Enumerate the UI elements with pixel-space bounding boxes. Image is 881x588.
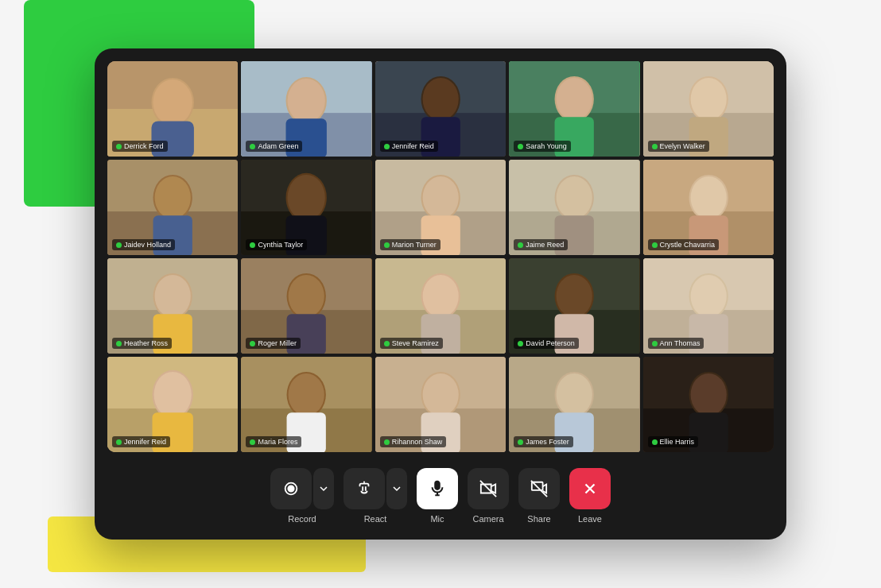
svg-point-78 <box>154 372 192 418</box>
participant-cell-8: Jaime Reed <box>509 160 639 255</box>
participant-cell-5: Jaidev Holland <box>107 160 238 255</box>
participant-cell-13: David Peterson <box>509 258 639 354</box>
svg-point-13 <box>422 78 458 120</box>
svg-point-28 <box>155 176 191 219</box>
leave-button[interactable] <box>569 468 611 509</box>
svg-point-58 <box>289 275 324 317</box>
participant-name-3: Sarah Young <box>514 141 571 152</box>
participant-name-1: Adam Green <box>246 141 302 152</box>
participant-cell-3: Sarah Young <box>509 61 639 157</box>
svg-point-63 <box>422 275 458 317</box>
svg-point-83 <box>289 373 324 416</box>
svg-point-68 <box>557 275 592 317</box>
participant-cell-16: Maria Flores <box>241 357 371 452</box>
svg-point-8 <box>288 79 325 122</box>
participant-name-2: Jennifer Reid <box>380 141 438 152</box>
participant-name-19: Ellie Harris <box>648 436 699 447</box>
record-button[interactable] <box>270 468 312 509</box>
record-label: Record <box>288 514 316 524</box>
participant-cell-6: Cynthia Taylor <box>241 160 371 255</box>
camera-button[interactable] <box>468 468 509 509</box>
svg-point-38 <box>422 176 458 219</box>
participant-name-8: Jaime Reed <box>514 239 568 250</box>
mic-label: Mic <box>430 514 444 524</box>
participant-cell-18: James Foster <box>509 357 639 452</box>
participant-cell-7: Marion Turner <box>375 160 506 255</box>
participant-name-7: Marion Turner <box>380 239 440 250</box>
svg-point-23 <box>690 78 726 120</box>
participant-cell-2: Jennifer Reid <box>375 61 506 157</box>
camera-label: Camera <box>472 514 503 524</box>
participant-name-13: David Peterson <box>514 338 579 349</box>
participant-cell-17: Rihannon Shaw <box>375 357 506 452</box>
participant-cell-9: Crystle Chavarria <box>643 160 774 255</box>
participant-name-5: Jaidev Holland <box>112 239 175 250</box>
participant-grid: Derrick Ford Adam Green <box>107 61 774 452</box>
svg-point-93 <box>557 373 592 416</box>
svg-point-43 <box>557 176 592 219</box>
controls-bar: Record <box>107 465 774 524</box>
participant-cell-14: Ann Thomas <box>643 258 774 354</box>
svg-point-88 <box>422 373 458 416</box>
participant-name-6: Cynthia Taylor <box>246 239 307 250</box>
participant-name-10: Heather Ross <box>112 338 172 349</box>
svg-point-101 <box>288 485 293 491</box>
svg-point-3 <box>153 79 192 126</box>
svg-line-106 <box>480 481 496 497</box>
mic-control: Mic <box>417 468 458 524</box>
react-control: React <box>343 468 407 524</box>
svg-point-18 <box>557 78 592 120</box>
participant-cell-10: Heather Ross <box>107 258 238 354</box>
participant-name-12: Steve Ramirez <box>380 338 443 349</box>
react-label: React <box>364 514 387 524</box>
participant-name-15: Jennifer Reid <box>112 436 170 447</box>
react-button[interactable] <box>343 468 385 509</box>
camera-control: Camera <box>468 468 509 524</box>
record-control: Record <box>270 468 334 524</box>
participant-name-17: Rihannon Shaw <box>380 436 447 447</box>
svg-point-53 <box>155 275 191 317</box>
svg-point-73 <box>690 275 726 317</box>
participant-cell-1: Adam Green <box>241 61 371 157</box>
react-expand-button[interactable] <box>386 468 407 509</box>
svg-point-48 <box>690 176 726 219</box>
participant-name-18: James Foster <box>514 436 573 447</box>
video-call-device: Derrick Ford Adam Green <box>95 48 786 540</box>
participant-name-16: Maria Flores <box>246 436 301 447</box>
participant-name-0: Derrick Ford <box>112 141 168 152</box>
participant-name-11: Roger Miller <box>246 338 301 349</box>
participant-cell-12: Steve Ramirez <box>375 258 506 354</box>
participant-cell-4: Evelyn Walker <box>643 61 774 157</box>
participant-cell-19: Ellie Harris <box>643 357 774 452</box>
record-expand-button[interactable] <box>313 468 334 509</box>
svg-point-33 <box>288 175 325 221</box>
participant-cell-15: Jennifer Reid <box>107 357 238 452</box>
svg-line-108 <box>531 481 547 497</box>
share-control: Share <box>518 468 560 524</box>
participant-cell-11: Roger Miller <box>241 258 371 354</box>
participant-name-4: Evelyn Walker <box>648 141 709 152</box>
svg-rect-103 <box>435 482 440 489</box>
participant-cell-0: Derrick Ford <box>107 61 238 157</box>
leave-label: Leave <box>578 514 602 524</box>
participant-name-14: Ann Thomas <box>648 338 704 349</box>
mic-button[interactable] <box>417 468 458 509</box>
leave-control: Leave <box>569 468 611 524</box>
svg-point-98 <box>690 373 726 416</box>
participant-name-9: Crystle Chavarria <box>648 239 720 250</box>
share-label: Share <box>527 514 550 524</box>
share-button[interactable] <box>518 468 560 509</box>
